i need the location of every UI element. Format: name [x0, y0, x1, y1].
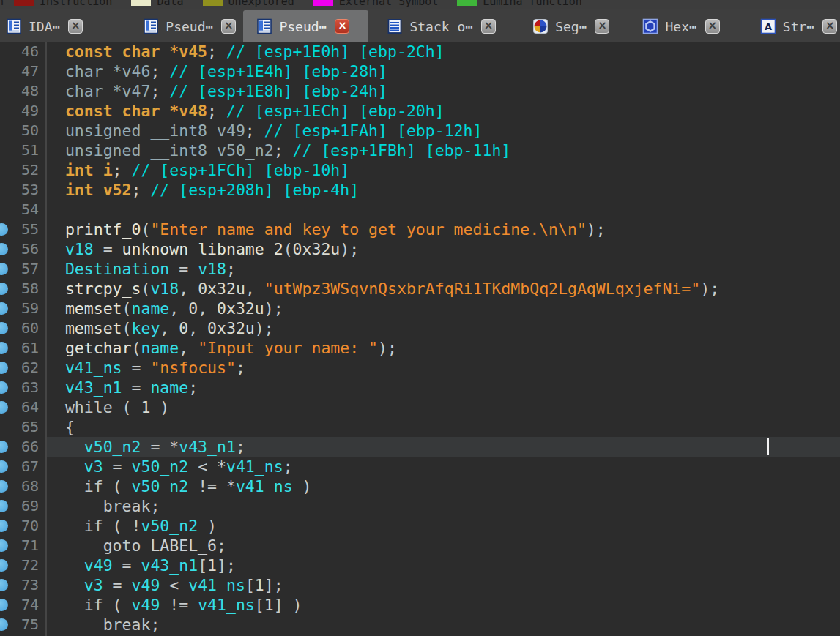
- code-line[interactable]: 47 char *v46; // [esp+1E4h] [ebp-28h]: [0, 61, 840, 81]
- code-text[interactable]: v3 = v49 < v41_ns[1];: [46, 575, 840, 595]
- code-line[interactable]: 66 v50_n2 = *v43_n1;: [0, 437, 840, 457]
- tab-label: Seg⋯: [555, 19, 587, 34]
- line-gutter: 65: [0, 417, 46, 437]
- line-gutter: 67: [0, 457, 46, 476]
- code-text[interactable]: char *v46; // [esp+1E4h] [ebp-28h]: [46, 61, 840, 81]
- code-line[interactable]: 46 const char *v45; // [esp+1E0h] [ebp-2…: [0, 42, 840, 61]
- code-line[interactable]: 74 if ( v49 != v41_ns[1] ): [0, 595, 840, 615]
- address-marker-icon: [0, 520, 8, 532]
- code-line[interactable]: 59 memset(name, 0, 0x32u);: [0, 299, 840, 318]
- code-text[interactable]: [46, 200, 840, 220]
- code-text[interactable]: const char *v48; // [esp+1ECh] [ebp-20h]: [46, 101, 840, 121]
- legend-swatch-unexplored: [203, 0, 223, 6]
- gutter-separator: [45, 42, 47, 636]
- tab-label: Str⋯: [783, 19, 814, 34]
- code-text[interactable]: if ( v50_n2 != *v41_ns ): [46, 476, 840, 496]
- code-text[interactable]: printf_0("Enter name and key to get your…: [46, 220, 840, 239]
- tab-label: IDA⋯: [29, 19, 60, 34]
- code-text[interactable]: const char *v45; // [esp+1E0h] [ebp-2Ch]: [46, 42, 840, 61]
- tab-close-button[interactable]: ×: [481, 19, 496, 34]
- tab-pseudocode-b[interactable]: Pseud⋯×: [243, 10, 368, 42]
- code-text[interactable]: memset(name, 0, 0x32u);: [46, 299, 840, 318]
- pseudocode-icon: [143, 18, 159, 34]
- code-line[interactable]: 58 strcpy_s(v18, 0x32u, "utWpz3WSqvnQsxb…: [0, 279, 840, 299]
- code-text[interactable]: v3 = v50_n2 < *v41_ns;: [46, 457, 840, 476]
- code-text[interactable]: goto LABEL_6;: [46, 536, 840, 555]
- code-line[interactable]: 73 v3 = v49 < v41_ns[1];: [0, 575, 840, 595]
- code-text[interactable]: v41_ns = "nsfocus";: [46, 358, 840, 378]
- code-text[interactable]: if ( v49 != v41_ns[1] ): [46, 595, 840, 615]
- code-line[interactable]: 64 while ( 1 ): [0, 397, 840, 417]
- code-line[interactable]: 53 int v52; // [esp+208h] [ebp-4h]: [0, 180, 840, 200]
- tab-hex-view[interactable]: Hex⋯×: [642, 10, 719, 42]
- tab-strings[interactable]: AStr⋯×: [760, 10, 837, 42]
- code-line[interactable]: 67 v3 = v50_n2 < *v41_ns;: [0, 457, 840, 476]
- tab-segments[interactable]: Seg⋯×: [532, 10, 609, 42]
- code-text[interactable]: v49 = v43_n1[1];: [46, 555, 840, 575]
- code-line[interactable]: 52 int i; // [esp+1FCh] [ebp-10h]: [0, 160, 840, 180]
- code-line[interactable]: 55 printf_0("Enter name and key to get y…: [0, 220, 840, 239]
- line-gutter: 48: [0, 81, 46, 101]
- line-number: 69: [21, 496, 39, 516]
- line-gutter: 72: [0, 555, 46, 575]
- tab-ida-view[interactable]: IDA⋯×: [6, 10, 83, 42]
- tab-close-button[interactable]: ×: [595, 19, 609, 34]
- code-text[interactable]: v43_n1 = name;: [46, 378, 840, 397]
- code-line[interactable]: 56 v18 = unknown_libname_2(0x32u);: [0, 239, 840, 259]
- code-text[interactable]: break;: [46, 615, 840, 635]
- code-line[interactable]: 69 break;: [0, 496, 840, 516]
- tab-pseudocode-a[interactable]: Pseud⋯×: [143, 10, 236, 42]
- code-text[interactable]: memset(key, 0, 0x32u);: [46, 318, 840, 338]
- line-number: 59: [21, 299, 39, 318]
- code-text[interactable]: if ( !v50_n2 ): [46, 516, 840, 536]
- tab-close-button[interactable]: ×: [705, 19, 720, 34]
- line-number: 52: [21, 160, 39, 180]
- tab-close-button[interactable]: ×: [335, 19, 349, 34]
- line-number: 53: [21, 180, 39, 200]
- code-text[interactable]: int v52; // [esp+208h] [ebp-4h]: [46, 180, 840, 200]
- code-line[interactable]: 61 getchar(name, "Input your name: ");: [0, 338, 840, 358]
- code-line[interactable]: 48 char *v47; // [esp+1E8h] [ebp-24h]: [0, 81, 840, 101]
- code-text[interactable]: unsigned __int8 v49; // [esp+1FAh] [ebp-…: [46, 121, 840, 141]
- code-line[interactable]: 75 break;: [0, 615, 840, 635]
- line-number: 62: [21, 358, 39, 378]
- pseudocode-pane[interactable]: 46 const char *v45; // [esp+1E0h] [ebp-2…: [0, 42, 840, 636]
- code-line[interactable]: 63 v43_n1 = name;: [0, 378, 840, 397]
- tab-stack-offsets[interactable]: Stack o⋯×: [387, 10, 496, 42]
- legend-label: Unexplored: [228, 0, 294, 8]
- code-line[interactable]: 51 unsigned __int8 v50_n2; // [esp+1FBh]…: [0, 141, 840, 160]
- code-line[interactable]: 68 if ( v50_n2 != *v41_ns ): [0, 476, 840, 496]
- code-text[interactable]: char *v47; // [esp+1E8h] [ebp-24h]: [46, 81, 840, 101]
- code-line[interactable]: 72 v49 = v43_n1[1];: [0, 555, 840, 575]
- code-text[interactable]: unsigned __int8 v50_n2; // [esp+1FBh] [e…: [46, 141, 840, 160]
- line-gutter: 74: [0, 595, 46, 615]
- code-line[interactable]: 49 const char *v48; // [esp+1ECh] [ebp-2…: [0, 101, 840, 121]
- code-text[interactable]: v50_n2 = *v43_n1;: [46, 437, 840, 457]
- code-text[interactable]: getchar(name, "Input your name: ");: [46, 338, 840, 358]
- ida-view-icon: [6, 18, 22, 34]
- code-line[interactable]: 71 goto LABEL_6;: [0, 536, 840, 555]
- code-line[interactable]: 62 v41_ns = "nsfocus";: [0, 358, 840, 378]
- tab-close-button[interactable]: ×: [822, 19, 837, 34]
- code-text[interactable]: strcpy_s(v18, 0x32u, "utWpz3WSqvnQsxbrAf…: [46, 279, 840, 299]
- code-line[interactable]: 60 memset(key, 0, 0x32u);: [0, 318, 840, 338]
- code-line[interactable]: 54: [0, 200, 840, 220]
- address-marker-icon: [0, 283, 8, 295]
- legend-swatch-lumina-function: [457, 0, 477, 6]
- code-text[interactable]: while ( 1 ): [46, 397, 840, 417]
- code-line[interactable]: 50 unsigned __int8 v49; // [esp+1FAh] [e…: [0, 121, 840, 141]
- address-marker-icon: [0, 322, 8, 334]
- code-line[interactable]: 65 {: [0, 417, 840, 437]
- code-line[interactable]: 57 Destination = v18;: [0, 259, 840, 279]
- segments-icon: [532, 18, 549, 34]
- line-gutter: 63: [0, 378, 46, 397]
- code-text[interactable]: int i; // [esp+1FCh] [ebp-10h]: [46, 160, 840, 180]
- code-text[interactable]: {: [46, 417, 840, 437]
- code-text[interactable]: v18 = unknown_libname_2(0x32u);: [46, 239, 840, 259]
- stack-icon: [387, 18, 403, 34]
- code-line[interactable]: 70 if ( !v50_n2 ): [0, 516, 840, 536]
- code-text[interactable]: break;: [46, 496, 840, 516]
- tab-close-button[interactable]: ×: [68, 19, 83, 34]
- code-text[interactable]: Destination = v18;: [46, 259, 840, 279]
- tab-close-button[interactable]: ×: [221, 19, 236, 34]
